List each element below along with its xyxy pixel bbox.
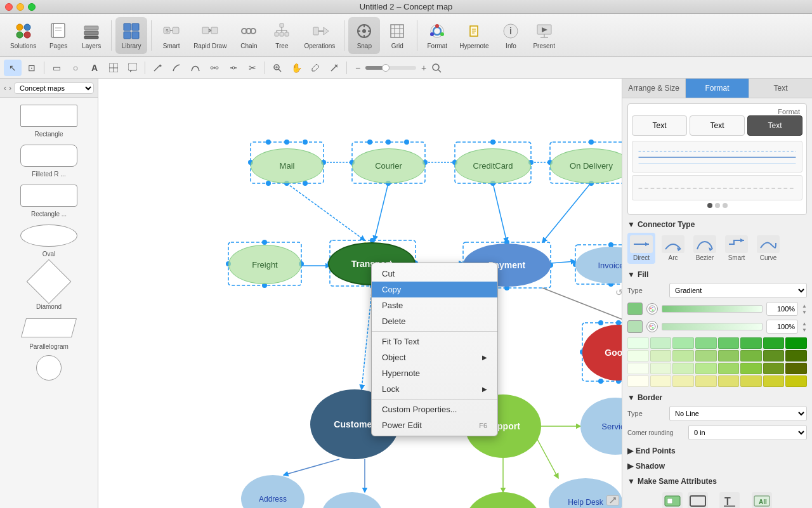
palette-swatch[interactable] bbox=[718, 337, 740, 349]
ct-bezier[interactable]: Bezier bbox=[691, 233, 719, 264]
tool-rect[interactable]: ▭ bbox=[48, 60, 65, 76]
toolbar-hypernote[interactable]: Hypernote bbox=[454, 17, 494, 54]
fill-color-edit-2[interactable] bbox=[646, 321, 658, 332]
canvas[interactable]: ★ ★ ↺ Mail Courier CreditCard On Deliver… bbox=[98, 79, 622, 508]
nav-back[interactable]: ‹ bbox=[4, 84, 6, 93]
msa-border[interactable]: Border bbox=[688, 492, 708, 508]
shape-filleted-rect[interactable]: Filleted R ... bbox=[5, 143, 93, 178]
fill-type-select[interactable]: Gradient bbox=[669, 283, 807, 298]
palette-swatch[interactable] bbox=[672, 350, 694, 361]
toolbar-tree[interactable]: Tree bbox=[266, 17, 298, 54]
tool-pen[interactable] bbox=[167, 60, 185, 76]
make-same-header[interactable]: ▼ Make Same Attributes bbox=[627, 477, 807, 486]
maximize-button[interactable] bbox=[28, 3, 36, 11]
cm-custom-properties[interactable]: Custom Properties... bbox=[372, 401, 497, 417]
scroll-resize[interactable] bbox=[606, 495, 619, 505]
breadcrumb-select[interactable]: Concept maps bbox=[14, 82, 94, 94]
cm-power-edit[interactable]: Power Edit F6 bbox=[372, 417, 497, 433]
cm-lock[interactable]: Lock ▶ bbox=[372, 381, 497, 397]
palette-swatch[interactable] bbox=[718, 375, 740, 387]
fill-color-swatch-1[interactable] bbox=[627, 303, 643, 315]
ct-arc[interactable]: Arc bbox=[659, 233, 687, 264]
cm-paste[interactable]: Paste bbox=[372, 297, 497, 313]
fill-section-header[interactable]: ▼ Fill bbox=[627, 270, 807, 279]
text-style-1[interactable]: Text bbox=[632, 115, 687, 136]
msa-text-format[interactable]: T Text Format bbox=[713, 492, 747, 508]
palette-swatch[interactable] bbox=[763, 363, 785, 374]
msa-all[interactable]: All All bbox=[752, 492, 772, 508]
palette-swatch[interactable] bbox=[695, 337, 717, 349]
palette-swatch[interactable] bbox=[740, 350, 762, 361]
node-mail[interactable]: Mail bbox=[251, 148, 324, 183]
shape-diamond[interactable]: Diamond bbox=[5, 263, 93, 310]
zoom-in-btn[interactable]: + bbox=[419, 63, 429, 73]
toolbar-pages[interactable]: Pages bbox=[43, 17, 74, 54]
cm-fit-to-text[interactable]: Fit To Text bbox=[372, 334, 497, 349]
palette-swatch[interactable] bbox=[672, 337, 694, 349]
ct-smart[interactable]: Smart bbox=[723, 233, 750, 264]
node-invoice[interactable]: Invoice bbox=[575, 247, 622, 283]
text-style-2[interactable]: Text bbox=[690, 115, 745, 136]
msa-fill[interactable]: Fill bbox=[662, 492, 683, 508]
ct-curve[interactable]: Curve bbox=[754, 233, 782, 264]
palette-swatch[interactable] bbox=[627, 375, 649, 387]
tool-oval[interactable]: ○ bbox=[67, 60, 84, 76]
node-freight[interactable]: Freight bbox=[228, 245, 301, 284]
carousel-dot-2[interactable] bbox=[715, 203, 720, 208]
close-button[interactable] bbox=[5, 3, 13, 11]
node-address[interactable]: Address bbox=[241, 475, 304, 508]
palette-swatch[interactable] bbox=[695, 375, 717, 387]
toolbar-chain[interactable]: Chain bbox=[233, 17, 265, 54]
fill-percent-1[interactable] bbox=[766, 302, 798, 316]
tool-scissors[interactable]: ✂ bbox=[244, 60, 261, 76]
node-goods[interactable]: Goods bbox=[582, 325, 622, 381]
palette-swatch[interactable] bbox=[627, 337, 649, 349]
node-service[interactable]: Service bbox=[580, 398, 622, 455]
toolbar-operations[interactable]: Operations bbox=[299, 17, 340, 54]
node-ondelivery[interactable]: On Delivery bbox=[550, 148, 622, 183]
shape-parallelogram[interactable]: Parallelogram bbox=[5, 315, 93, 350]
palette-swatch[interactable] bbox=[740, 375, 762, 387]
zoom-out-btn[interactable]: − bbox=[353, 63, 363, 73]
tool-select[interactable]: ↖ bbox=[4, 60, 22, 76]
palette-swatch[interactable] bbox=[650, 375, 672, 387]
connector-type-header[interactable]: ▼ Connector Type bbox=[627, 220, 807, 229]
fill-color-bar-1[interactable] bbox=[662, 305, 763, 313]
palette-swatch[interactable] bbox=[740, 337, 762, 349]
palette-swatch[interactable] bbox=[650, 350, 672, 361]
toolbar-present[interactable]: Present bbox=[528, 17, 560, 54]
shadow-header[interactable]: ▶ Shadow bbox=[627, 462, 807, 471]
fill-spinner-2[interactable]: ▲ ▼ bbox=[802, 321, 807, 333]
palette-swatch[interactable] bbox=[627, 350, 649, 361]
border-corner-select[interactable]: 0 in bbox=[688, 425, 807, 440]
cm-hypernote[interactable]: Hypernote bbox=[372, 365, 497, 381]
cm-delete[interactable]: Delete bbox=[372, 313, 497, 329]
fill-color-swatch-2[interactable] bbox=[627, 320, 643, 333]
toolbar-rapid-draw[interactable]: Rapid Draw bbox=[188, 17, 232, 54]
carousel-dot-3[interactable] bbox=[723, 203, 728, 208]
text-style-3[interactable]: Text bbox=[747, 115, 802, 136]
node-name[interactable]: Name bbox=[322, 492, 383, 508]
tab-text[interactable]: Text bbox=[749, 79, 812, 98]
toolbar-solutions[interactable]: Solutions bbox=[5, 17, 41, 54]
cm-cut[interactable]: Cut bbox=[372, 266, 497, 282]
tool-line[interactable] bbox=[148, 60, 166, 76]
palette-swatch[interactable] bbox=[785, 375, 807, 387]
palette-swatch[interactable] bbox=[785, 337, 807, 349]
node-guarantee[interactable]: Guarantee bbox=[465, 492, 541, 508]
toolbar-layers[interactable]: Layers bbox=[75, 17, 107, 54]
tool-table[interactable] bbox=[105, 60, 122, 76]
zoom-slider-track[interactable] bbox=[365, 66, 416, 70]
border-type-select[interactable]: No Line bbox=[669, 406, 807, 421]
shape-oval[interactable]: Oval bbox=[5, 223, 93, 257]
fill-color-bar-2[interactable] bbox=[662, 323, 763, 330]
tool-multiselect[interactable]: ⊡ bbox=[23, 60, 41, 76]
palette-swatch[interactable] bbox=[695, 363, 717, 374]
palette-swatch[interactable] bbox=[763, 375, 785, 387]
cm-copy[interactable]: Copy bbox=[372, 282, 497, 297]
palette-swatch[interactable] bbox=[785, 350, 807, 361]
border-section-header[interactable]: ▼ Border bbox=[627, 393, 807, 402]
fill-spinner-1[interactable]: ▲ ▼ bbox=[802, 303, 807, 315]
cm-object[interactable]: Object ▶ bbox=[372, 349, 497, 365]
toolbar-format[interactable]: Format bbox=[421, 17, 453, 54]
